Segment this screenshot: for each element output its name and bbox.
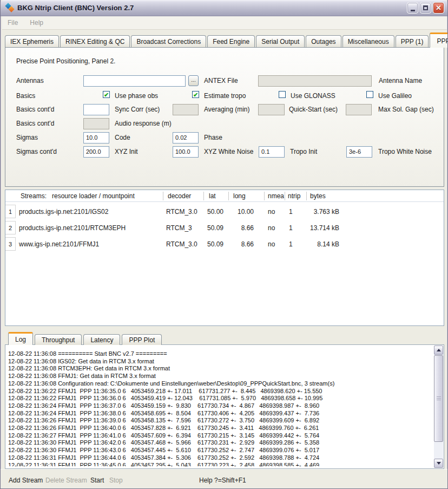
log-output: 12-08-22 11:36:08 ========== Start BNC v… [8,350,433,466]
header-long: long [233,192,246,200]
tab-broadcast-corrections[interactable]: Broadcast Corrections [131,35,206,48]
estimate-tropo-checkbox[interactable]: ✔ [192,91,199,98]
cell-decoder: RTCM_3.0 [166,208,197,216]
antex-browse-button[interactable]: ... [188,75,199,86]
cell-lat: 50.09 [196,224,223,232]
top-tab-bar: IEX Ephemeris RINEX Editing & QC Broadca… [5,32,444,48]
basics-contd1-label: Basics cont'd [16,106,54,113]
sigma-code-input[interactable]: 10.0 [83,132,109,144]
basics-label: Basics [16,92,35,100]
tab-ppp-1[interactable]: PPP (1) [396,35,429,48]
antex-file-label: ANTEX File [204,77,238,84]
tab-latency[interactable]: Latency [83,334,120,345]
scrollbar-thumb[interactable] [434,355,443,442]
cell-bytes: 13.714 kB [301,224,339,232]
menu-file[interactable]: File [8,19,18,27]
header-nmea: nmea [268,192,284,200]
action-bar: Add Stream Delete Stream Start Stop Help… [1,469,447,489]
cell-decoder: RTCM_3 [166,224,192,232]
menu-help[interactable]: Help [30,19,43,27]
xyz-init-input[interactable]: 200.0 [83,146,109,158]
antennas-input[interactable] [83,75,186,87]
start-button[interactable]: Start [90,477,104,484]
row-number: 1 [5,205,16,218]
cell-long: 10.00 [224,208,254,216]
tropo-init-input[interactable]: 0.1 [259,146,285,158]
quick-start-label: Quick-Start (sec) [289,106,338,113]
cell-ntrip: 1 [289,240,293,248]
cell-mountpoint: products.igs-ip.net:2101/IGS02 [19,208,108,216]
streams-table: Streams: resource loader / mountpoint de… [5,190,444,326]
cell-lat: 50.09 [196,240,223,248]
row-number: 3 [5,237,16,251]
cell-lat: 50.00 [196,208,223,216]
help-shortcut-label: Help ?=Shift+F1 [199,477,246,484]
sigmas-contd-label: Sigmas cont'd [16,148,57,155]
bottom-tab-bar: Log Throughput Latency PPP Plot [8,331,163,345]
header-ntrip: ntrip [288,192,300,200]
menu-bar: File Help [2,16,447,30]
use-galileo-checkbox[interactable] [366,91,373,98]
cell-decoder: RTCM_3.0 [166,240,197,248]
use-galileo-label: Use Galileo [378,92,412,100]
sigma-phase-input[interactable]: 0.02 [173,132,199,144]
close-button[interactable]: ✕ [433,2,444,14]
use-phase-obs-checkbox[interactable]: ✔ [103,91,110,98]
tab-log[interactable]: Log [8,332,33,345]
cell-long: 8.66 [224,240,254,248]
cell-mountpoint: products.igs-ip.net:2101/RTCM3EPH [19,224,126,232]
tab-throughput[interactable]: Throughput [35,334,82,345]
panel-caption: Precise Point Positioning, Panel 2. [16,57,115,65]
header-bytes: bytes [310,192,326,200]
minimize-button[interactable] [407,2,418,14]
use-glonass-label: Use GLONASS [291,92,335,100]
tropo-white-noise-input[interactable]: 3e-6 [346,146,372,158]
tab-serial-output[interactable]: Serial Output [256,35,305,48]
header-lat: lat [209,192,216,200]
app-window: BKG Ntrip Client (BNC) Version 2.7 ✕ Fil… [0,0,448,489]
tab-miscellaneous[interactable]: Miscellaneous [342,35,394,48]
cell-mountpoint: www.igs-ip.net:2101/FFMJ1 [19,240,99,248]
window-title: BKG Ntrip Client (BNC) Version 2.7 [17,4,405,12]
xyz-init-label: XYZ Init [115,148,138,155]
scroll-down-icon[interactable] [434,459,443,468]
header-decoder: decoder [168,192,191,200]
tab-rinex-editing-qc[interactable]: RINEX Editing & QC [60,35,130,48]
quick-start-input [258,104,285,115]
use-glonass-checkbox[interactable] [279,91,286,98]
ppp2-panel: Precise Point Positioning, Panel 2. Ante… [5,47,444,187]
tab-feed-engine[interactable]: Feed Engine [207,35,255,48]
tab-ppp-plot[interactable]: PPP Plot [122,334,162,345]
tropo-init-label: Tropo Init [290,148,317,155]
xyz-white-noise-input[interactable]: 100.0 [173,146,199,158]
title-bar: BKG Ntrip Client (BNC) Version 2.7 ✕ [1,0,447,16]
cell-ntrip: 1 [289,224,293,232]
averaging-label: Averaging (min) [204,106,249,113]
log-scrollbar[interactable] [434,345,443,468]
sync-corr-input[interactable] [83,104,109,115]
maximize-button[interactable] [420,2,431,14]
sigmas-label: Sigmas [16,134,38,141]
add-stream-button[interactable]: Add Stream [9,477,43,484]
audio-response-input [83,118,109,129]
sigma-code-label: Code [115,134,130,141]
antennas-label: Antennas [16,77,44,84]
stop-button: Stop [109,477,123,484]
scroll-up-icon[interactable] [434,345,443,355]
tab-rinex-ephemeris[interactable]: IEX Ephemeris [5,35,59,48]
cell-nmea: no [268,224,275,232]
streams-table-header: Streams: resource loader / mountpoint de… [5,190,444,202]
cell-ntrip: 1 [289,208,293,216]
tab-ppp-2[interactable]: PPP (2) [430,32,448,48]
app-icon [5,3,15,12]
log-panel: 12-08-22 11:36:08 ========== Start BNC v… [5,344,444,469]
audio-response-label: Audio response (m) [115,120,172,127]
antenna-name-input [258,75,372,87]
cell-long: 8.66 [224,224,254,232]
basics-contd2-label: Basics cont'd [16,120,54,127]
sync-corr-label: Sync Corr (sec) [115,106,160,113]
cell-bytes: 3.763 kB [301,208,339,216]
tab-outages[interactable]: Outages [306,35,341,48]
cell-nmea: no [268,208,275,216]
row-number: 2 [5,221,16,234]
